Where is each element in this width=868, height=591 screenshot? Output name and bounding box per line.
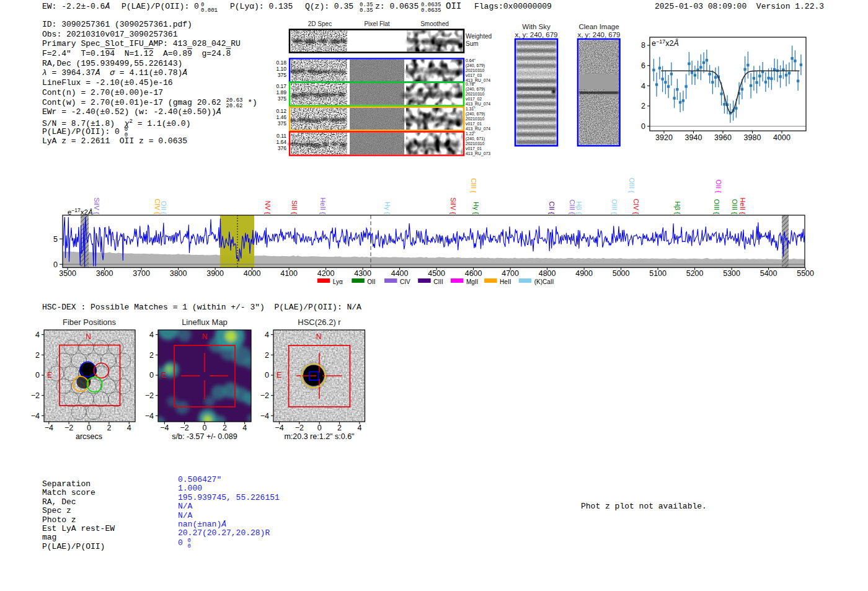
- svg-text:3500: 3500: [59, 269, 76, 278]
- svg-text:0.78": 0.78": [466, 82, 476, 86]
- svg-text:e−17x2Å: e−17x2Å: [652, 38, 679, 48]
- svg-text:OIII {: OIII {: [713, 199, 720, 215]
- svg-text:OII {: OII {: [160, 201, 167, 215]
- svg-text:N: N: [316, 332, 322, 341]
- svg-text:−2: −2: [180, 424, 188, 432]
- svg-text:413_RU_074: 413_RU_074: [466, 102, 490, 107]
- svg-text:CIV: CIV: [400, 278, 410, 285]
- svg-text:CIV {: CIV {: [632, 198, 640, 214]
- svg-text:0.64": 0.64": [466, 58, 476, 63]
- svg-text:−4: −4: [260, 412, 269, 420]
- svg-text:3800: 3800: [170, 269, 187, 278]
- svg-text:Lineflux Map: Lineflux Map: [182, 318, 228, 327]
- svg-text:−2: −2: [145, 391, 154, 400]
- svg-text:s/b: -3.57 +/- 0.089: s/b: -3.57 +/- 0.089: [172, 432, 237, 441]
- svg-text:0: 0: [317, 424, 322, 432]
- svg-text:0.11: 0.11: [277, 133, 286, 139]
- svg-text:OII {: OII {: [715, 180, 722, 193]
- svg-text:4: 4: [35, 331, 40, 339]
- svg-text:−2: −2: [64, 424, 73, 432]
- svg-text:375: 375: [278, 120, 286, 127]
- svg-text:6: 6: [641, 61, 645, 70]
- svg-text:4800: 4800: [539, 269, 556, 278]
- svg-text:4: 4: [149, 331, 154, 339]
- svg-text:SiII {: SiII {: [291, 200, 298, 215]
- svg-text:3960: 3960: [714, 133, 732, 142]
- svg-text:0.12: 0.12: [276, 108, 286, 114]
- svg-text:2: 2: [337, 424, 342, 432]
- svg-text:5400: 5400: [760, 269, 777, 278]
- svg-text:CIII {: CIII {: [470, 178, 477, 193]
- svg-text:E: E: [47, 371, 52, 380]
- svg-text:4000: 4000: [244, 269, 261, 278]
- svg-text:0: 0: [641, 122, 645, 131]
- svg-text:CIII {: CIII {: [569, 200, 576, 215]
- svg-text:20210310: 20210310: [466, 141, 484, 146]
- svg-text:Pixel Flat: Pixel Flat: [364, 20, 389, 27]
- svg-text:OII: OII: [367, 278, 375, 285]
- svg-text:CIII: CIII: [433, 278, 443, 285]
- svg-text:HeII: HeII: [500, 278, 511, 285]
- svg-text:4600: 4600: [465, 269, 482, 278]
- svg-text:375: 375: [278, 72, 286, 78]
- svg-text:MgII: MgII: [466, 278, 478, 285]
- svg-text:8: 8: [641, 41, 645, 50]
- svg-text:3940: 3940: [685, 133, 702, 142]
- svg-text:4700: 4700: [502, 269, 519, 278]
- svg-text:4900: 4900: [575, 269, 593, 278]
- svg-text:NV {: NV {: [264, 200, 272, 214]
- svg-text:3980: 3980: [744, 133, 761, 142]
- svg-text:1.22": 1.22": [466, 131, 476, 136]
- svg-text:2: 2: [223, 424, 227, 432]
- svg-text:(240, 679): (240, 679): [466, 112, 485, 117]
- svg-text:5000: 5000: [613, 269, 630, 278]
- svg-text:1.89: 1.89: [276, 89, 286, 96]
- svg-text:4: 4: [127, 424, 131, 432]
- svg-text:HeII {: HeII {: [739, 198, 746, 215]
- svg-text:x, y: 240, 679: x, y: 240, 679: [577, 31, 620, 38]
- svg-text:4: 4: [641, 82, 645, 91]
- svg-text:2: 2: [35, 351, 40, 360]
- svg-text:N: N: [86, 332, 91, 341]
- svg-text:−4: −4: [145, 412, 154, 420]
- svg-text:4300: 4300: [354, 269, 371, 278]
- svg-text:v017_02: v017_02: [466, 97, 482, 102]
- svg-text:With Sky: With Sky: [522, 23, 551, 30]
- svg-text:4400: 4400: [391, 269, 409, 278]
- svg-text:−4: −4: [160, 424, 169, 432]
- svg-text:SiIV {: SiIV {: [93, 198, 100, 215]
- svg-text:413_RU_074: 413_RU_074: [466, 127, 490, 131]
- svg-text:0: 0: [53, 260, 58, 269]
- svg-text:HSC(26.2) r: HSC(26.2) r: [298, 318, 341, 327]
- svg-text:3700: 3700: [133, 269, 150, 278]
- svg-text:20210310: 20210310: [466, 117, 484, 121]
- svg-text:(240, 679): (240, 679): [466, 87, 485, 92]
- svg-text:(240, 679): (240, 679): [466, 63, 485, 68]
- svg-text:2: 2: [265, 351, 269, 360]
- svg-text:4: 4: [357, 424, 361, 432]
- svg-text:413_RU_073: 413_RU_073: [466, 151, 490, 156]
- svg-text:e−17x2Å: e−17x2Å: [68, 207, 93, 216]
- svg-text:0: 0: [265, 371, 269, 380]
- svg-text:0: 0: [35, 371, 40, 380]
- svg-text:20210310: 20210310: [466, 92, 484, 96]
- svg-text:3600: 3600: [96, 269, 113, 278]
- svg-text:3920: 3920: [655, 133, 673, 142]
- svg-text:4100: 4100: [280, 269, 298, 278]
- svg-text:4: 4: [242, 424, 247, 432]
- svg-text:(240, 671): (240, 671): [466, 136, 485, 141]
- svg-text:−4: −4: [45, 424, 53, 432]
- svg-text:Hγ {: Hγ {: [472, 202, 480, 215]
- svg-text:2D Spec: 2D Spec: [308, 20, 332, 27]
- svg-text:HeII {: HeII {: [319, 198, 327, 215]
- svg-text:−2: −2: [31, 391, 40, 400]
- svg-text:1.31": 1.31": [466, 107, 476, 111]
- svg-text:Smoothed: Smoothed: [420, 20, 449, 27]
- svg-text:1.46: 1.46: [276, 114, 286, 120]
- svg-text:CII {: CII {: [548, 202, 556, 215]
- svg-text:Clean Image: Clean Image: [578, 23, 619, 30]
- svg-text:20210310: 20210310: [466, 68, 484, 73]
- svg-text:0: 0: [203, 424, 207, 432]
- svg-text:v017_03: v017_03: [466, 73, 482, 78]
- svg-text:Hβ {: Hβ {: [575, 201, 583, 214]
